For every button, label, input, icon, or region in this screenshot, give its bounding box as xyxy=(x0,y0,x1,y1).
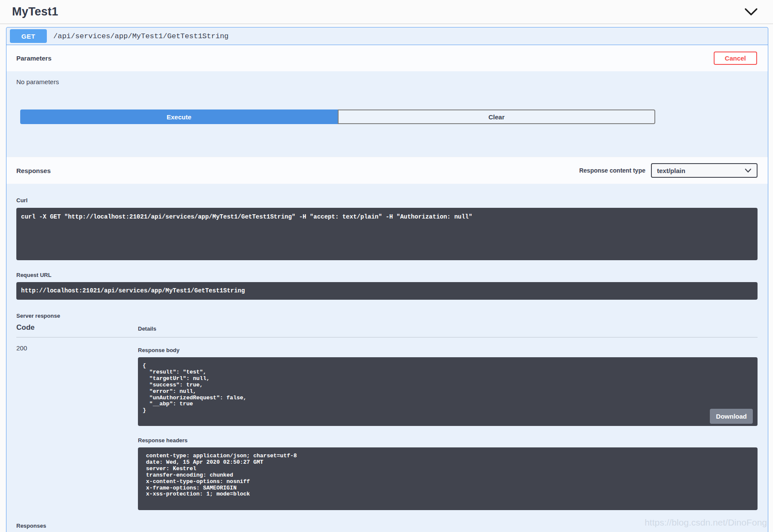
parameters-body: No parameters Execute Clear xyxy=(6,71,768,157)
endpoint-path: /api/services/app/MyTest1/GetTest1String xyxy=(53,32,229,40)
response-details-cell: Response body { "result": "test", "targe… xyxy=(138,344,758,510)
response-body-label: Response body xyxy=(138,347,758,353)
server-response-table-row: 200 Response body { "result": "test", "t… xyxy=(16,337,758,510)
status-code: 200 xyxy=(16,344,138,510)
request-url-block: http://localhost:21021/api/services/app/… xyxy=(16,282,758,300)
download-button[interactable]: Download xyxy=(710,409,753,424)
chevron-down-icon xyxy=(745,168,752,173)
clear-button[interactable]: Clear xyxy=(338,109,655,124)
responses-title: Responses xyxy=(16,167,51,174)
response-content-type-select[interactable]: text/plain xyxy=(651,163,758,178)
parameters-header: Parameters Cancel xyxy=(6,45,768,71)
request-url-label: Request URL xyxy=(16,272,758,278)
responses-body: Curl curl -X GET "http://localhost:21021… xyxy=(6,184,768,532)
cancel-button[interactable]: Cancel xyxy=(714,52,757,65)
documented-responses-label: Responses xyxy=(16,523,758,532)
page-title: MyTest1 xyxy=(12,5,58,18)
opblock-get: GET /api/services/app/MyTest1/GetTest1St… xyxy=(6,27,768,532)
response-body-json: { "result": "test", "targetUrl": null, "… xyxy=(143,362,247,413)
operation-tag-header: MyTest1 xyxy=(0,0,773,24)
response-content-type-label: Response content type xyxy=(579,167,645,174)
response-content-type-value: text/plain xyxy=(657,167,685,174)
response-content-type-wrap: Response content type text/plain xyxy=(579,163,758,178)
swagger-operation-page: MyTest1 GET /api/services/app/MyTest1/Ge… xyxy=(0,0,773,532)
chevron-down-icon xyxy=(744,7,758,17)
server-response-label: Server response xyxy=(16,313,758,319)
response-headers-label: Response headers xyxy=(138,437,758,444)
server-response-table: Code Details 200 Response body { "result… xyxy=(16,323,758,510)
responses-header: Responses Response content type text/pla… xyxy=(6,157,768,184)
response-body-block: { "result": "test", "targetUrl": null, "… xyxy=(138,357,758,426)
curl-label: Curl xyxy=(16,197,27,204)
parameters-title: Parameters xyxy=(16,55,52,62)
response-headers-block: content-type: application/json; charset=… xyxy=(138,447,758,510)
opblock-summary[interactable]: GET /api/services/app/MyTest1/GetTest1St… xyxy=(6,27,768,45)
execute-button[interactable]: Execute xyxy=(20,109,338,124)
details-column-header: Details xyxy=(138,325,758,332)
no-parameters-text: No parameters xyxy=(16,78,758,85)
server-response-table-head: Code Details xyxy=(16,323,758,337)
http-method-badge: GET xyxy=(10,29,47,43)
code-column-header: Code xyxy=(16,323,138,332)
execute-row: Execute Clear xyxy=(20,109,655,124)
curl-command-block: curl -X GET "http://localhost:21021/api/… xyxy=(16,208,758,260)
collapse-section-button[interactable] xyxy=(742,6,760,18)
